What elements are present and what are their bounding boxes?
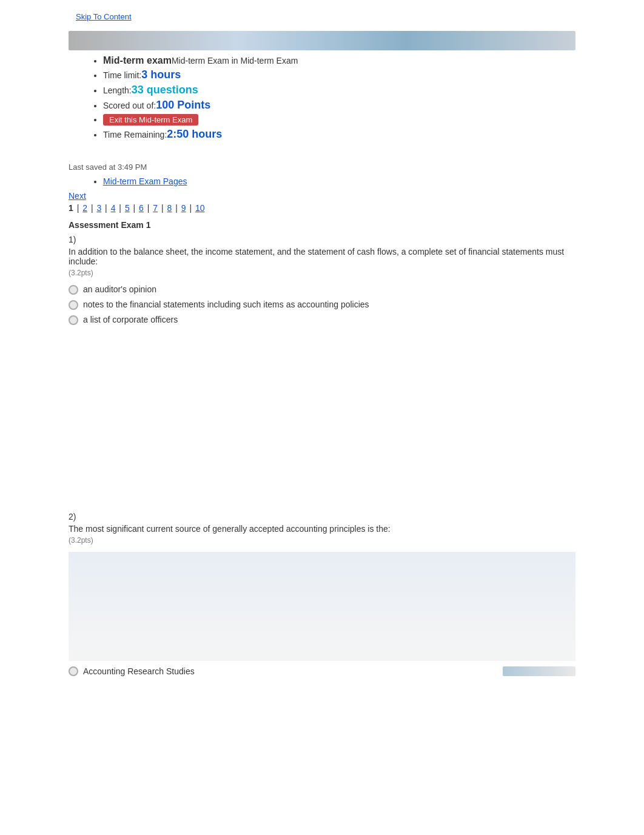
exam-pages-link[interactable]: Mid-term Exam Pages [103,176,187,186]
page-2-link[interactable]: 2 [82,203,87,213]
length-item: Length:33 questions [103,84,644,96]
radio-option-c-circle[interactable] [69,315,78,325]
scored-item: Scored out of:100 Points [103,99,644,112]
length-label: Length: [103,86,132,95]
question-2-text: The most significant current source of g… [69,524,575,534]
question-2-points: (3.2pts) [69,536,575,545]
exit-exam-button[interactable]: Exit this Mid-term Exam [103,114,198,126]
option-q2-a-text: Accounting Research Studies [83,666,195,676]
page-4-link[interactable]: 4 [111,203,116,213]
page-9-link[interactable]: 9 [181,203,186,213]
time-limit-label: Time limit: [103,70,141,80]
top-navigation-bar [69,31,575,50]
page-1[interactable]: 1 [69,203,73,213]
option-a-text: an auditor's opinion [83,284,156,294]
exit-item[interactable]: Exit this Mid-term Exam [103,114,644,126]
section-header: Assessment Exam 1 [69,220,644,230]
scored-label: Scored out of: [103,101,156,110]
last-saved-text: Last saved at 3:49 PM [69,163,644,172]
page-6-link[interactable]: 6 [139,203,144,213]
exam-info-list: Mid-term examMid-term Exam in Mid-term E… [49,55,644,158]
exam-pages-item[interactable]: Mid-term Exam Pages [103,176,644,186]
question-2-last-option[interactable]: Accounting Research Studies [69,666,575,676]
exam-title-item: Mid-term examMid-term Exam in Mid-term E… [103,55,644,66]
spacer-item [103,143,644,158]
question-1-option-c[interactable]: a list of corporate officers [69,315,575,325]
question-1-option-a[interactable]: an auditor's opinion [69,284,575,295]
radio-option-q2-a-circle[interactable] [69,666,78,676]
page-5-link[interactable]: 5 [125,203,130,213]
length-value: 33 questions [132,84,198,96]
question-2-options-area [69,552,575,661]
exam-pages-list: Mid-term Exam Pages [49,176,644,186]
question-2-block: 2) The most significant current source o… [69,512,575,545]
question-1-points: (3.2pts) [69,269,575,277]
time-remaining-label: Time Remaining: [103,130,167,139]
question-1-number: 1) [69,235,575,244]
time-limit-value: 3 hours [141,69,181,81]
page-10-link[interactable]: 10 [195,203,205,213]
exam-subtitle: Mid-term Exam in Mid-term Exam [172,56,298,65]
decorative-bar [503,666,575,676]
question-2-number: 2) [69,512,575,521]
time-remaining-item: Time Remaining:2:50 hours [103,128,644,141]
question-1-option-b[interactable]: notes to the financial statements includ… [69,300,575,310]
exam-title: Mid-term exam [103,55,172,65]
page-7-link[interactable]: 7 [153,203,158,213]
page-wrapper: Skip To Content Mid-term examMid-term Ex… [0,0,644,835]
time-limit-item: Time limit:3 hours [103,69,644,81]
pagination: 1 | 2 | 3 | 4 | 5 | 6 | 7 | 8 | 9 | 10 [69,203,644,213]
page-8-link[interactable]: 8 [167,203,172,213]
scored-value: 100 Points [156,99,210,111]
spacer-between-questions [0,330,644,463]
radio-option-a-circle[interactable] [69,285,78,295]
radio-option-b-circle[interactable] [69,300,78,310]
question-1-block: 1) In addition to the balance sheet, the… [69,235,575,325]
option-b-text: notes to the financial statements includ… [83,300,369,309]
question-1-text: In addition to the balance sheet, the in… [69,247,575,266]
time-remaining-value: 2:50 hours [167,128,222,140]
skip-to-content-link[interactable]: Skip To Content [69,0,644,26]
option-c-text: a list of corporate officers [83,315,178,324]
page-3-link[interactable]: 3 [96,203,101,213]
next-link[interactable]: Next [69,191,86,201]
